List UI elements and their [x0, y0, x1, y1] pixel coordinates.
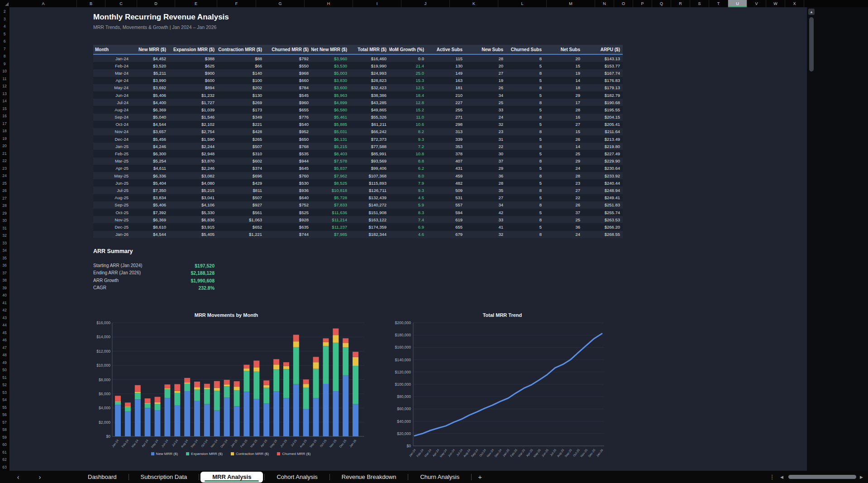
cell[interactable]: Feb-25	[93, 150, 131, 157]
cell[interactable]: Jun-24	[93, 91, 131, 99]
cell[interactable]: 24	[544, 231, 583, 238]
cell[interactable]: 5	[506, 209, 544, 216]
cell[interactable]: 181	[427, 84, 465, 91]
cell[interactable]: 5	[506, 106, 544, 113]
row-header-10[interactable]: 10	[0, 69, 9, 73]
cell[interactable]: $140	[217, 69, 265, 77]
cell[interactable]: 37	[544, 209, 583, 216]
cell[interactable]: 679	[427, 231, 465, 238]
cell[interactable]: 210	[427, 91, 465, 99]
cell[interactable]: $540	[265, 121, 311, 128]
sheet-tab-churn-analysis[interactable]: Churn Analysis	[408, 471, 471, 483]
cell[interactable]: $811	[217, 187, 265, 194]
cell[interactable]: 12.5	[389, 84, 427, 91]
cell[interactable]: 12.8	[389, 99, 427, 106]
cell[interactable]: Oct-25	[93, 209, 131, 216]
row-header-29[interactable]: 29	[0, 211, 9, 215]
cell[interactable]: 531	[427, 194, 465, 201]
cell[interactable]: $530	[265, 179, 311, 187]
cell[interactable]: 28	[544, 106, 583, 113]
row-header-42[interactable]: 42	[0, 308, 9, 312]
cell[interactable]: 378	[427, 150, 465, 157]
cell[interactable]: 0.0	[389, 55, 427, 62]
cell[interactable]: $266.20	[583, 223, 623, 230]
cell[interactable]: 8	[506, 84, 544, 91]
cell[interactable]: $1,727	[169, 99, 217, 106]
cell[interactable]: 7.9	[389, 179, 427, 187]
cell[interactable]: $625	[169, 62, 217, 69]
cell[interactable]: 8	[506, 201, 544, 209]
cell[interactable]: 482	[427, 179, 465, 187]
cell[interactable]: $38,386	[350, 91, 389, 99]
cell[interactable]: $3,657	[131, 128, 169, 135]
cell[interactable]: Nov-24	[93, 128, 131, 135]
cell[interactable]: $784	[265, 84, 311, 91]
table-header-expansion-mrr[interactable]: Expansion MRR ($)	[169, 45, 217, 54]
row-header-14[interactable]: 14	[0, 99, 9, 103]
cell[interactable]: 5	[506, 121, 544, 128]
cell[interactable]: $100	[217, 77, 265, 84]
table-header-mom-growth[interactable]: MoM Growth (%)	[389, 45, 427, 54]
cell[interactable]: $6,300	[131, 150, 169, 157]
cell[interactable]: $77,588	[350, 143, 389, 150]
row-header-39[interactable]: 39	[0, 286, 9, 290]
cell[interactable]: $3,082	[169, 172, 217, 179]
row-header-60[interactable]: 60	[0, 442, 9, 447]
cell[interactable]: $310	[217, 150, 265, 157]
cell[interactable]: 32	[465, 231, 506, 238]
column-header-h[interactable]: H	[305, 0, 353, 7]
column-header-q[interactable]: Q	[652, 0, 671, 7]
table-header-active-subs[interactable]: Active Subs	[427, 45, 465, 54]
cell[interactable]: $927	[217, 201, 265, 209]
table-header-new-mrr[interactable]: New MRR ($)	[131, 45, 169, 54]
cell[interactable]: 29	[465, 165, 506, 172]
row-header-45[interactable]: 45	[0, 330, 9, 335]
cell[interactable]: $6,131	[311, 135, 350, 143]
cell[interactable]: $6,369	[131, 106, 169, 113]
cell[interactable]: 7.2	[389, 143, 427, 150]
cell[interactable]: $635	[265, 223, 311, 230]
row-header-41[interactable]: 41	[0, 301, 9, 305]
cell[interactable]: 21.4	[389, 62, 427, 69]
cell[interactable]: $3,830	[311, 77, 350, 84]
cell[interactable]: $507	[217, 194, 265, 201]
cell[interactable]: 8.2	[389, 128, 427, 135]
cell[interactable]: 5	[506, 165, 544, 172]
cell[interactable]: 26	[544, 201, 583, 209]
cell[interactable]: $32,423	[350, 84, 389, 91]
cell[interactable]: $2,244	[169, 143, 217, 150]
cell[interactable]: 33	[465, 106, 506, 113]
cell[interactable]: 25.0	[389, 69, 427, 77]
cell[interactable]: 22	[544, 194, 583, 201]
cell[interactable]: Jun-25	[93, 179, 131, 187]
vertical-scrollbar-thumb[interactable]	[809, 17, 814, 72]
column-header-g[interactable]: G	[256, 0, 305, 7]
row-header-27[interactable]: 27	[0, 196, 9, 201]
cell[interactable]: 271	[427, 114, 465, 121]
cell[interactable]: $4,400	[131, 99, 169, 106]
column-header-s[interactable]: S	[690, 0, 709, 7]
cell[interactable]: 22	[465, 143, 506, 150]
row-header-32[interactable]: 32	[0, 233, 9, 238]
row-header-6[interactable]: 6	[0, 39, 9, 43]
cell[interactable]: 353	[427, 143, 465, 150]
cell[interactable]: 26	[465, 84, 506, 91]
cell[interactable]: $88	[217, 55, 265, 62]
row-header-58[interactable]: 58	[0, 427, 9, 432]
cell[interactable]: $525	[265, 209, 311, 216]
cell[interactable]: $752	[265, 201, 311, 209]
cell[interactable]: $1,063	[217, 216, 265, 223]
row-header-9[interactable]: 9	[0, 62, 9, 66]
cell[interactable]: 30	[465, 150, 506, 157]
cell[interactable]: $3,990	[131, 77, 169, 84]
cell[interactable]: Feb-24	[93, 62, 131, 69]
column-header-j[interactable]: J	[401, 0, 450, 7]
cell[interactable]: $6,836	[169, 216, 217, 223]
cell[interactable]: 10.6	[389, 121, 427, 128]
cell[interactable]: 5	[506, 62, 544, 69]
column-header-r[interactable]: R	[671, 0, 690, 7]
cell[interactable]: $660	[265, 77, 311, 84]
cell[interactable]: $163,122	[350, 216, 389, 223]
cell[interactable]: $240.44	[583, 179, 623, 187]
cell[interactable]: $5,254	[131, 158, 169, 165]
